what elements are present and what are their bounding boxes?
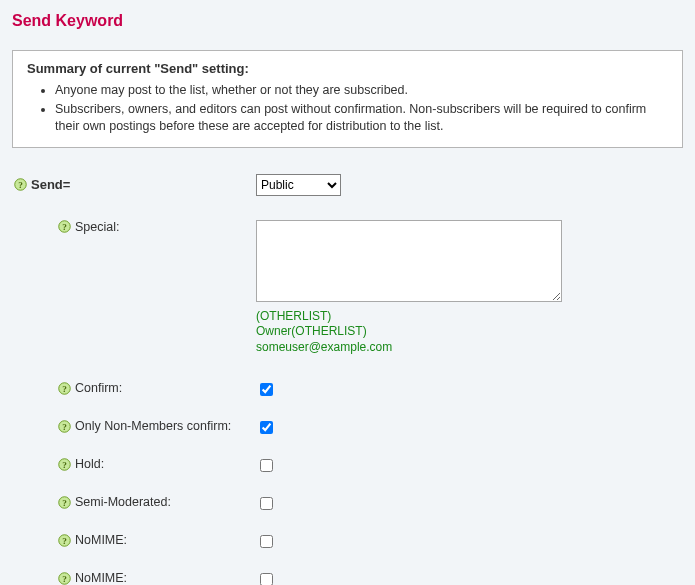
help-icon[interactable]: [14, 178, 27, 191]
help-icon[interactable]: [58, 572, 71, 585]
row-confirm: Confirm:: [14, 381, 683, 399]
help-icon[interactable]: [58, 496, 71, 509]
row-only-nonmembers: Only Non-Members confirm:: [14, 419, 683, 437]
only-nonmembers-checkbox[interactable]: [260, 421, 273, 434]
special-examples: (OTHERLIST) Owner(OTHERLIST) someuser@ex…: [256, 309, 683, 356]
row-hold: Hold:: [14, 457, 683, 475]
page-title: Send Keyword: [12, 12, 683, 30]
summary-item: Anyone may post to the list, whether or …: [55, 82, 668, 99]
summary-box: Summary of current "Send" setting: Anyon…: [12, 50, 683, 148]
row-send: Send= Public: [14, 174, 683, 196]
confirm-checkbox[interactable]: [260, 383, 273, 396]
summary-heading: Summary of current "Send" setting:: [27, 61, 668, 76]
help-icon[interactable]: [58, 220, 71, 233]
semi-moderated-label: Semi-Moderated:: [75, 495, 171, 509]
help-icon[interactable]: [58, 382, 71, 395]
help-icon[interactable]: [58, 458, 71, 471]
nomime-checkbox-2[interactable]: [260, 573, 273, 585]
nomime-label-2: NoMIME:: [75, 571, 127, 585]
row-nomime-2: NoMIME:: [14, 571, 683, 585]
summary-list: Anyone may post to the list, whether or …: [55, 82, 668, 135]
hold-label: Hold:: [75, 457, 104, 471]
special-label: Special:: [75, 220, 119, 234]
only-nonmembers-label: Only Non-Members confirm:: [75, 419, 231, 433]
summary-item: Subscribers, owners, and editors can pos…: [55, 101, 668, 135]
nomime-checkbox-1[interactable]: [260, 535, 273, 548]
row-special: Special: (OTHERLIST) Owner(OTHERLIST) so…: [14, 220, 683, 356]
send-label: Send=: [31, 177, 70, 192]
confirm-label: Confirm:: [75, 381, 122, 395]
send-select[interactable]: Public: [256, 174, 341, 196]
semi-moderated-checkbox[interactable]: [260, 497, 273, 510]
nomime-label-1: NoMIME:: [75, 533, 127, 547]
row-nomime-1: NoMIME:: [14, 533, 683, 551]
special-textarea[interactable]: [256, 220, 562, 302]
help-icon[interactable]: [58, 420, 71, 433]
hold-checkbox[interactable]: [260, 459, 273, 472]
row-semi-moderated: Semi-Moderated:: [14, 495, 683, 513]
help-icon[interactable]: [58, 534, 71, 547]
